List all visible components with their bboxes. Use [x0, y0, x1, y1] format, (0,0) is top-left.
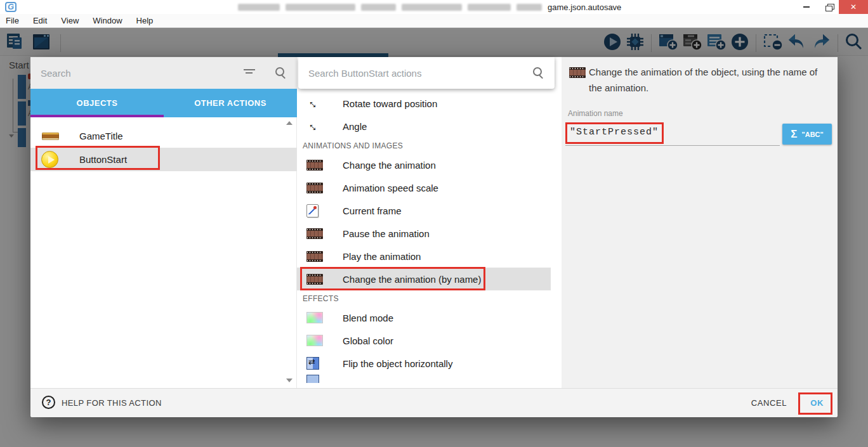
flip-horizontal-icon [306, 357, 319, 370]
scroll-up-arrow[interactable] [286, 121, 293, 125]
redacted-title-segment [402, 4, 462, 11]
tab-other-actions[interactable]: OTHER ACTIONS [164, 89, 297, 117]
action-row[interactable]: ↔ Rotate toward position [297, 92, 551, 115]
film-strip-icon [569, 67, 586, 78]
expression-editor-button[interactable]: Σ "ABC" [782, 124, 832, 145]
close-button[interactable]: ✕ [839, 0, 868, 14]
cancel-button[interactable]: CANCEL [751, 398, 787, 408]
rainbow-gradient-icon [306, 335, 323, 346]
film-strip-icon [306, 274, 323, 285]
action-row[interactable]: Change the animation [297, 153, 551, 176]
action-row[interactable]: Flip the object horizontally [297, 352, 551, 375]
animation-name-label: Animation name [568, 109, 623, 118]
menu-file[interactable]: File [0, 14, 26, 28]
object-row-buttonstart[interactable]: ButtonStart [30, 148, 297, 171]
film-strip-icon [306, 251, 323, 262]
scroll-down-arrow[interactable] [286, 379, 293, 382]
action-description: Change the animation of the object, usin… [589, 64, 819, 96]
action-row[interactable]: Current frame [297, 199, 551, 222]
action-row[interactable]: Animation speed scale [297, 176, 551, 199]
film-strip-icon [306, 160, 323, 171]
search-icon[interactable] [275, 67, 287, 79]
filter-icon[interactable] [244, 69, 255, 77]
redacted-title-segment [286, 4, 355, 11]
app-window: Start A A G game.json.autosave ✕ File Ed… [0, 0, 868, 447]
window-title-text: game.json.autosave [548, 3, 621, 12]
sigma-icon: Σ [791, 128, 797, 141]
rotate-arrow-icon: ↔ [303, 115, 325, 137]
ok-button[interactable]: OK [810, 398, 824, 408]
action-row[interactable]: Blend mode [297, 306, 551, 329]
action-row-selected[interactable]: Change the animation (by name) [297, 268, 551, 290]
redacted-title-segment [516, 4, 542, 11]
action-detail-panel: Change the animation of the object, usin… [562, 57, 838, 388]
help-icon: ? [42, 396, 55, 409]
menu-view[interactable]: View [54, 14, 86, 28]
film-strip-icon [306, 228, 323, 239]
menu-window[interactable]: Window [86, 14, 129, 28]
objects-search-bar [30, 57, 297, 89]
actions-search-input[interactable] [298, 68, 514, 79]
action-row[interactable]: ↔ Angle [297, 115, 551, 138]
window-titlebar: G game.json.autosave ✕ [0, 0, 868, 14]
tab-objects[interactable]: OBJECTS [30, 89, 164, 117]
actions-search-bar [298, 57, 555, 89]
field-underline [565, 145, 780, 146]
current-frame-icon [306, 204, 319, 217]
window-title: game.json.autosave [238, 3, 621, 11]
dialog-footer: ? HELP FOR THIS ACTION CANCEL OK [30, 388, 838, 417]
close-icon: ✕ [850, 3, 857, 11]
redacted-title-segment [238, 4, 280, 11]
section-header: ANIMATIONS AND IMAGES [303, 138, 403, 153]
object-row-gametitle[interactable]: GameTitle [30, 124, 297, 148]
rotate-arrow-icon: ↔ [303, 93, 325, 114]
objects-panel: OBJECTS OTHER ACTIONS GameTitle ButtonSt… [30, 57, 297, 388]
play-button-thumbnail-icon [41, 151, 58, 168]
help-button[interactable]: HELP FOR THIS ACTION [62, 398, 162, 408]
search-icon[interactable] [533, 67, 544, 79]
actions-panel: ↔ Rotate toward position ↔ Angle ANIMATI… [297, 57, 562, 388]
action-row[interactable]: Global color [297, 329, 551, 352]
restore-button[interactable] [819, 0, 840, 14]
action-row[interactable]: Pause the animation [297, 222, 551, 245]
animation-name-field[interactable]: "StartPressed" [570, 127, 659, 138]
redacted-title-segment [361, 4, 396, 11]
action-row-partial [306, 375, 319, 383]
redacted-title-segment [468, 4, 511, 11]
menu-bar: File Edit View Window Help [0, 14, 868, 28]
section-header: EFFECTS [303, 290, 339, 306]
game-title-thumbnail-icon [42, 133, 59, 140]
objects-search-input[interactable] [30, 68, 221, 79]
action-row[interactable]: Play the animation [297, 245, 551, 268]
minimize-button[interactable] [794, 0, 819, 14]
action-editor-dialog: OBJECTS OTHER ACTIONS GameTitle ButtonSt… [30, 57, 838, 417]
film-strip-icon [306, 183, 323, 193]
gdevelop-logo-icon: G [5, 2, 16, 12]
rainbow-gradient-icon [306, 312, 323, 323]
menu-edit[interactable]: Edit [26, 14, 54, 28]
menu-help[interactable]: Help [129, 14, 161, 28]
objects-tabs: OBJECTS OTHER ACTIONS [30, 89, 297, 117]
active-tab-underline [30, 115, 164, 117]
